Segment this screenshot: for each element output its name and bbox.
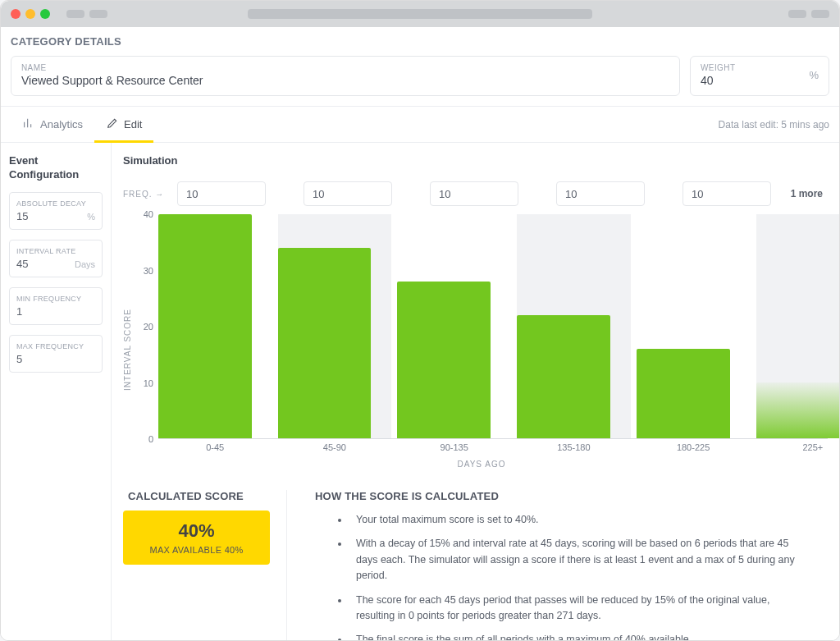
- chart-x-axis-label: DAYS AGO: [458, 460, 506, 469]
- x-tick-label: 0-45: [206, 442, 224, 452]
- x-tick-label: 180-225: [677, 442, 710, 452]
- cfg-value: 1: [16, 305, 22, 318]
- name-value: Viewed Support & Resource Center: [21, 74, 669, 87]
- pencil-icon: [106, 117, 119, 132]
- cfg-value: 45: [16, 258, 28, 270]
- last-edit-text: Data last edit: 5 mins ago: [719, 119, 829, 130]
- x-tick-label: 135-180: [557, 442, 590, 452]
- how-item: The score for each 45 days period that p…: [349, 593, 803, 625]
- calculated-score-head: CALCULATED SCORE: [128, 490, 270, 502]
- calculated-score-box: 40% MAX AVAILABLE 40%: [123, 511, 270, 565]
- close-window-button[interactable]: [11, 9, 21, 19]
- how-item: The final score is the sum of all period…: [349, 632, 803, 641]
- how-calculated-head: HOW THE SCORE IS CALCULATED: [315, 490, 803, 502]
- how-item: Your total maximum score is set to 40%.: [349, 512, 803, 528]
- freq-more[interactable]: 1 more: [791, 188, 828, 199]
- absolute-decay-field[interactable]: ABSOLUTE DECAY 15 %: [9, 192, 103, 230]
- minimize-window-button[interactable]: [25, 9, 35, 19]
- chart-y-axis-label: INTERVAL SCORE: [123, 292, 132, 391]
- sidebar-title: Event Configuration: [9, 154, 103, 182]
- tab-label: Analytics: [40, 118, 83, 130]
- cfg-label: INTERVAL RATE: [16, 247, 95, 255]
- name-label: NAME: [21, 63, 669, 72]
- chart-bar: [278, 248, 372, 438]
- cfg-unit: %: [87, 212, 95, 222]
- x-tick-label: 45-90: [323, 442, 346, 452]
- chart-bar: [158, 214, 252, 438]
- cfg-label: MIN FREQUENCY: [16, 295, 95, 303]
- y-tick: 20: [144, 322, 153, 332]
- interval-score-chart: 010203040 0-4545-9090-135135-180180-2252…: [135, 214, 828, 469]
- min-frequency-field[interactable]: MIN FREQUENCY 1: [9, 287, 103, 325]
- score-percent: 40%: [131, 520, 262, 542]
- freq-input-2[interactable]: 10: [430, 181, 518, 206]
- x-tick-label: 90-135: [441, 442, 468, 452]
- simulation-title: Simulation: [123, 154, 828, 167]
- weight-value: 40: [701, 74, 809, 87]
- tab-analytics[interactable]: Analytics: [11, 107, 94, 142]
- maximize-window-button[interactable]: [40, 9, 50, 19]
- y-tick: 30: [144, 266, 153, 276]
- freq-label: FREQ. →: [123, 190, 171, 199]
- chart-bar: [517, 315, 610, 438]
- chart-bar: [397, 282, 491, 438]
- cfg-value: 15: [16, 210, 28, 222]
- freq-input-0[interactable]: 10: [177, 181, 266, 206]
- how-item: With a decay of 15% and interval rate at…: [349, 536, 803, 584]
- score-max-available: MAX AVAILABLE 40%: [131, 545, 262, 555]
- cfg-label: ABSOLUTE DECAY: [16, 199, 95, 208]
- cfg-unit: Days: [75, 259, 95, 269]
- address-bar-placeholder: [248, 9, 592, 19]
- cfg-value: 5: [16, 353, 22, 365]
- page-title: CATEGORY DETAILS: [1, 27, 839, 51]
- name-field[interactable]: NAME Viewed Support & Resource Center: [11, 56, 680, 96]
- how-calculated-list: Your total maximum score is set to 40%.W…: [315, 512, 803, 641]
- chart-bar: [756, 382, 840, 438]
- chart-bar: [637, 349, 730, 438]
- weight-field[interactable]: WEIGHT 40 %: [690, 56, 829, 96]
- weight-label: WEIGHT: [701, 63, 809, 72]
- tab-edit[interactable]: Edit: [94, 107, 153, 142]
- toolbar-placeholder: [89, 10, 107, 18]
- weight-unit: %: [809, 69, 819, 81]
- interval-rate-field[interactable]: INTERVAL RATE 45 Days: [9, 240, 103, 277]
- y-tick: 40: [144, 209, 153, 219]
- toolbar-placeholder: [788, 10, 806, 18]
- freq-input-1[interactable]: 10: [304, 181, 392, 206]
- tab-label: Edit: [124, 118, 142, 130]
- freq-input-3[interactable]: 10: [556, 181, 645, 206]
- y-tick: 0: [148, 434, 153, 444]
- toolbar-placeholder: [66, 10, 84, 18]
- analytics-icon: [22, 117, 35, 132]
- toolbar-placeholder: [811, 10, 829, 18]
- freq-input-4[interactable]: 10: [682, 181, 771, 206]
- cfg-label: MAX FREQUENCY: [16, 342, 95, 350]
- window-titlebar: [1, 1, 839, 27]
- max-frequency-field[interactable]: MAX FREQUENCY 5: [9, 335, 103, 373]
- y-tick: 10: [144, 378, 153, 388]
- x-tick-label: 225+: [802, 442, 823, 452]
